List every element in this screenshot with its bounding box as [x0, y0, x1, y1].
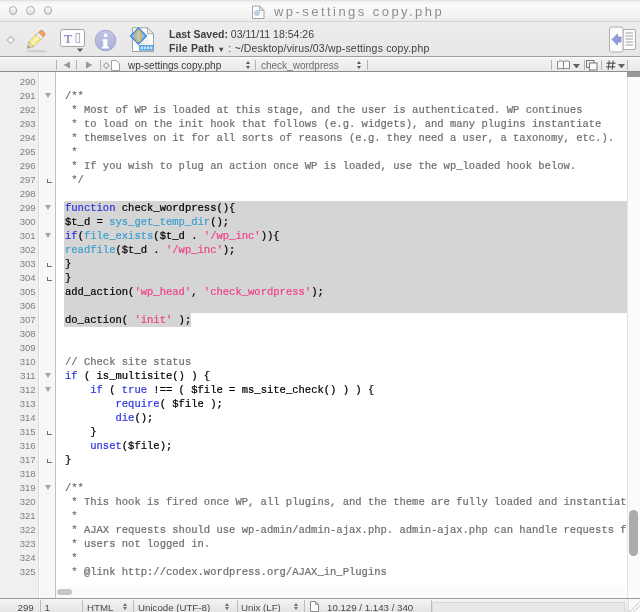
svg-text:T: T: [64, 30, 72, 45]
